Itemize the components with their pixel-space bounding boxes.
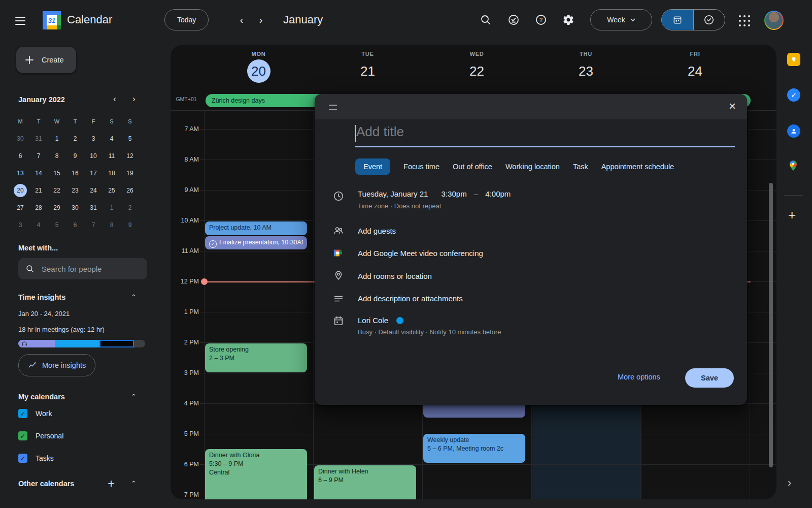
calendar-logo-icon[interactable]: 31 <box>43 11 61 29</box>
mini-calendar-day[interactable]: 28 <box>32 201 45 214</box>
day-number[interactable]: 22 <box>465 59 489 83</box>
calendar-checkbox-tasks[interactable]: ✓ <box>18 454 27 463</box>
keep-icon[interactable] <box>787 53 800 66</box>
mini-calendar-day[interactable]: 10 <box>87 149 100 163</box>
check-circle-icon[interactable] <box>507 14 520 28</box>
tab-event[interactable]: Event <box>355 158 390 175</box>
mini-calendar-day[interactable]: 30 <box>14 132 27 145</box>
mini-calendar-day[interactable]: 3 <box>87 132 100 145</box>
mini-calendar-day[interactable]: 15 <box>50 167 63 180</box>
collapse-chevron-icon[interactable]: ⌃ <box>131 293 137 301</box>
mini-calendar-day[interactable]: 8 <box>50 149 63 163</box>
mini-calendar-day[interactable]: 5 <box>50 218 63 232</box>
dialog-drag-bar[interactable]: × <box>315 94 747 119</box>
mini-calendar-day[interactable]: 7 <box>87 218 100 232</box>
get-add-ons-icon[interactable]: + <box>788 207 796 223</box>
more-options-button[interactable]: More options <box>618 373 660 381</box>
mini-calendar-day[interactable]: 1 <box>50 132 63 145</box>
mini-calendar-day[interactable]: 30 <box>69 201 82 214</box>
mini-calendar-day[interactable]: 5 <box>123 132 137 145</box>
mini-calendar-day[interactable]: 23 <box>69 184 82 197</box>
collapse-chevron-icon[interactable]: ⌃ <box>131 480 137 487</box>
tasks-icon[interactable]: ✓ <box>787 88 800 102</box>
apps-grid-icon[interactable] <box>739 15 751 27</box>
owner-status-row[interactable]: Busy · Default visibility · Notify 10 mi… <box>358 328 501 336</box>
search-icon[interactable] <box>480 14 492 28</box>
mini-calendar-day[interactable]: 19 <box>123 167 137 180</box>
mini-calendar-day[interactable]: 27 <box>14 201 27 214</box>
today-button[interactable]: Today <box>164 9 209 30</box>
mini-calendar-day[interactable]: 12 <box>123 149 137 163</box>
search-people-box[interactable] <box>18 258 147 279</box>
mini-calendar-day[interactable]: 2 <box>123 201 137 214</box>
mini-calendar-day[interactable]: 21 <box>32 184 45 197</box>
mini-calendar-day[interactable]: 4 <box>105 132 118 145</box>
mini-calendar-day[interactable]: 26 <box>123 184 137 197</box>
collapse-chevron-icon[interactable]: ⌃ <box>131 393 137 400</box>
help-icon[interactable]: ? <box>535 14 547 28</box>
mini-calendar-day[interactable]: 4 <box>32 218 45 232</box>
day-number[interactable]: 21 <box>356 59 380 83</box>
avatar[interactable] <box>764 11 784 30</box>
tab-task[interactable]: Task <box>573 163 588 171</box>
calendar-checkbox-personal[interactable]: ✓ <box>18 431 27 440</box>
add-meet-row[interactable]: Add Google Meet video conferencing <box>358 249 483 258</box>
mini-calendar-day[interactable]: 9 <box>69 149 82 163</box>
next-chevron-icon[interactable]: › <box>255 14 267 26</box>
more-insights-button[interactable]: More insights <box>18 354 95 376</box>
mini-calendar-day[interactable]: 20 <box>14 184 27 197</box>
vertical-scrollbar[interactable] <box>769 183 773 467</box>
event-start-time[interactable]: 3:30pm <box>442 189 467 198</box>
tab-working-location[interactable]: Working location <box>505 163 560 171</box>
event-chip-store-opening[interactable]: Store opening2 – 3 PM <box>205 343 307 372</box>
event-chip-dinner-with-helen[interactable]: Dinner with Helen6 – 9 PM <box>314 465 416 499</box>
event-title-input[interactable] <box>355 123 707 140</box>
calendar-view-toggle[interactable] <box>662 10 693 30</box>
mini-calendar-day[interactable]: 2 <box>69 132 82 145</box>
drag-handle-icon[interactable] <box>329 105 337 110</box>
mini-calendar-day[interactable]: 11 <box>105 149 118 163</box>
mini-calendar-day[interactable]: 7 <box>32 149 45 163</box>
mini-calendar-day[interactable]: 24 <box>87 184 100 197</box>
mini-calendar-day[interactable]: 1 <box>105 201 118 214</box>
event-date[interactable]: Tuesday, January 21 <box>358 189 428 198</box>
event-chip-project-update[interactable]: Project update, 10 AM <box>205 221 307 235</box>
mini-calendar-day[interactable]: 8 <box>105 218 118 232</box>
mini-calendar-day[interactable]: 22 <box>50 184 63 197</box>
add-other-calendar-icon[interactable]: + <box>108 477 115 491</box>
mini-calendar-day[interactable]: 31 <box>32 132 45 145</box>
calendar-list-item[interactable]: ✓Tasks <box>0 447 152 469</box>
maps-icon[interactable] <box>787 160 800 173</box>
mini-calendar-day[interactable]: 17 <box>87 167 100 180</box>
add-guests-row[interactable]: Add guests <box>358 227 396 235</box>
close-icon[interactable]: × <box>729 99 736 113</box>
mini-calendar-day[interactable]: 31 <box>87 201 100 214</box>
tab-focus-time[interactable]: Focus time <box>403 163 439 171</box>
settings-gear-icon[interactable] <box>562 14 574 28</box>
calendar-list-item[interactable]: ✓Work <box>0 402 152 425</box>
event-chip-weekly-update[interactable]: Weekly update5 – 6 PM, Meeting room 2c <box>423 434 525 463</box>
tasks-view-toggle[interactable] <box>693 10 725 30</box>
mini-calendar-day[interactable]: 29 <box>50 201 63 214</box>
calendar-list-item[interactable]: ✓Personal <box>0 425 152 447</box>
create-button[interactable]: Create <box>16 47 76 73</box>
day-number[interactable]: 23 <box>574 59 598 83</box>
day-number[interactable]: 24 <box>684 59 707 83</box>
day-number[interactable]: 20 <box>247 59 270 83</box>
mini-calendar-day[interactable]: 14 <box>32 167 45 180</box>
mini-calendar-day[interactable]: 16 <box>69 167 82 180</box>
tab-out-of-office[interactable]: Out of office <box>453 163 492 171</box>
view-selector-dropdown[interactable]: Week <box>590 9 652 30</box>
hide-panel-chevron-icon[interactable]: › <box>788 477 791 490</box>
mini-calendar-prev-icon[interactable]: ‹ <box>109 94 121 104</box>
mini-calendar-day[interactable]: 18 <box>105 167 118 180</box>
mini-calendar-next-icon[interactable]: › <box>128 94 140 104</box>
hamburger-menu-icon[interactable] <box>15 14 25 27</box>
timezone-repeat-row[interactable]: Time zone · Does not repeat <box>358 202 441 210</box>
event-chip-finalize-presentation[interactable]: ✓Finalize presentation, 10:30AM <box>205 236 307 249</box>
mini-calendar-day[interactable]: 6 <box>14 149 27 163</box>
contacts-icon[interactable] <box>787 124 800 138</box>
search-people-input[interactable] <box>41 264 134 274</box>
mini-calendar-day[interactable]: 6 <box>69 218 82 232</box>
mini-calendar-day[interactable]: 9 <box>123 218 137 232</box>
